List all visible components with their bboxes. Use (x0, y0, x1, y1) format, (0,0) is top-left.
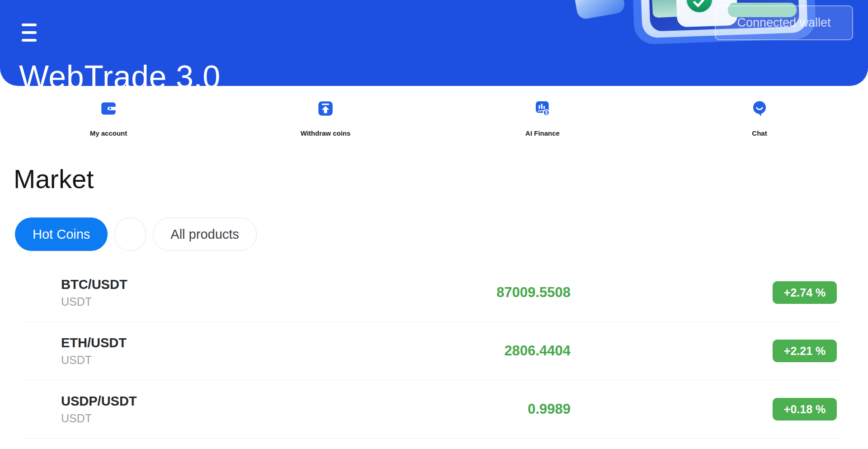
connected-wallet-button[interactable]: Connected wallet (715, 5, 853, 40)
quick-actions: My account Withdraw coins (0, 86, 868, 137)
action-label: AI Finance (525, 129, 560, 137)
chat-icon (751, 100, 768, 117)
pair-price: 87009.5508 (496, 284, 571, 301)
action-chat[interactable]: Chat (651, 100, 868, 137)
svg-text:$: $ (545, 110, 548, 115)
pair-block: ETH/USDT USDT (61, 336, 127, 367)
action-label: My account (90, 129, 127, 137)
pair-price: 2806.4404 (504, 343, 571, 359)
market-row-eth-usdt[interactable]: ETH/USDT USDT 2806.4404 +2.21 % (25, 322, 843, 380)
app-wordmark: WebTrade 3.0 (19, 59, 221, 86)
action-ai-finance[interactable]: $ AI Finance (434, 100, 651, 137)
tab-empty[interactable] (114, 217, 146, 251)
withdraw-icon (317, 100, 334, 117)
quote-asset: USDT (61, 412, 137, 425)
market-row-usdp-usdt[interactable]: USDP/USDT USDT 0.9989 +0.18 % (25, 380, 843, 439)
pair-name: USDP/USDT (61, 394, 137, 409)
hamburger-icon (22, 31, 37, 34)
webtrade-app: Connected wallet WebTrade 3.0 My account (0, 0, 868, 449)
pair-name: ETH/USDT (61, 336, 127, 350)
menu-button[interactable] (22, 24, 37, 42)
pair-block: USDP/USDT USDT (61, 394, 137, 425)
quote-asset: USDT (61, 354, 127, 367)
app-header: Connected wallet WebTrade 3.0 (0, 0, 868, 86)
hamburger-icon (22, 24, 37, 26)
change-badge: +2.74 % (773, 281, 837, 304)
pair-name: BTC/USDT (61, 277, 127, 292)
change-badge: +0.18 % (773, 398, 837, 421)
hero-tile-icon (572, 0, 626, 20)
ai-finance-icon: $ (534, 100, 551, 117)
market-row-btc-usdt[interactable]: BTC/USDT USDT 87009.5508 +2.74 % (25, 264, 843, 322)
action-withdraw-coins[interactable]: Withdraw coins (217, 100, 434, 137)
action-label: Chat (752, 129, 767, 137)
hamburger-icon (22, 39, 37, 42)
market-section: Market Hot Coins All products BTC/USDT U… (0, 166, 868, 439)
pair-block: BTC/USDT USDT (61, 277, 127, 308)
action-my-account[interactable]: My account (0, 100, 217, 137)
change-badge: +2.21 % (773, 340, 837, 362)
tab-all-products[interactable]: All products (153, 217, 257, 251)
pair-price: 0.9989 (528, 401, 571, 417)
market-tabs: Hot Coins All products (15, 217, 868, 251)
tab-hot-coins[interactable]: Hot Coins (15, 217, 108, 251)
action-label: Withdraw coins (301, 129, 351, 137)
wallet-icon (100, 100, 117, 117)
market-list: BTC/USDT USDT 87009.5508 +2.74 % ETH/USD… (25, 264, 843, 439)
quote-asset: USDT (61, 295, 127, 308)
page-title: Market (14, 166, 868, 192)
